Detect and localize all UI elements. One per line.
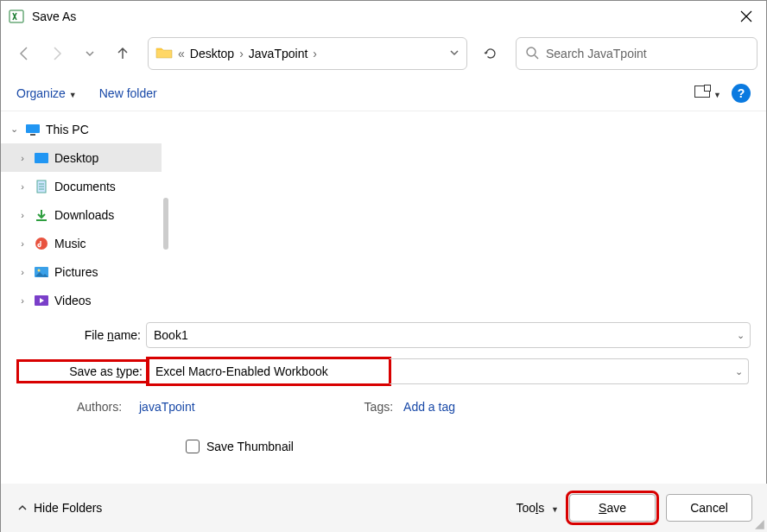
search-placeholder: Search JavaTpoint — [546, 47, 647, 60]
tree-label: Documents — [54, 180, 116, 193]
svg-rect-0 — [10, 10, 23, 22]
tree-label: Pictures — [54, 265, 98, 279]
music-icon — [34, 236, 49, 251]
tree-this-pc[interactable]: ⌄ This PC — [1, 115, 162, 143]
search-icon — [525, 46, 539, 62]
excel-app-icon — [8, 8, 25, 25]
title-bar: Save As — [1, 1, 766, 32]
view-mode-button[interactable]: ▼ — [694, 86, 721, 100]
svg-point-6 — [35, 238, 48, 250]
pictures-icon — [34, 264, 49, 280]
chevron-down-icon[interactable]: ⌄ — [737, 330, 745, 341]
main-area: ⌄ This PC › Desktop › Documents › Downlo… — [1, 111, 766, 310]
svg-rect-2 — [26, 124, 40, 133]
authors-value[interactable]: javaTpoint — [139, 400, 195, 414]
save-thumbnail-label: Save Thumbnail — [206, 440, 294, 453]
form-area: File name: Book1 ⌄ Save as type: Excel M… — [1, 310, 766, 453]
tree-item-pictures[interactable]: › Pictures — [1, 257, 162, 286]
folder-icon — [155, 46, 173, 62]
chevron-right-icon[interactable]: › — [313, 47, 317, 60]
savetype-value: Excel Macro-Enabled Workbook — [155, 364, 328, 378]
breadcrumb-seg-1[interactable]: Desktop — [190, 47, 234, 60]
up-button[interactable] — [108, 39, 137, 68]
tree-item-downloads[interactable]: › Downloads — [1, 200, 162, 229]
window-title: Save As — [32, 10, 76, 23]
filename-value: Book1 — [154, 328, 188, 342]
tree-item-documents[interactable]: › Documents — [1, 172, 162, 200]
address-bar[interactable]: « Desktop › JavaTpoint › — [148, 37, 467, 70]
back-button[interactable] — [10, 39, 39, 68]
tree-label: Videos — [54, 294, 92, 307]
chevron-up-icon — [16, 502, 29, 514]
download-icon — [34, 207, 49, 223]
close-button[interactable] — [726, 1, 766, 32]
svg-rect-4 — [35, 153, 48, 163]
hide-folders-label: Hide Folders — [34, 501, 102, 515]
tree-item-desktop[interactable]: › Desktop — [1, 143, 162, 172]
tree-label: Desktop — [54, 151, 98, 165]
save-button[interactable]: Save — [569, 494, 656, 522]
tree-label: Downloads — [54, 208, 114, 222]
resize-grip[interactable]: ◢ — [755, 520, 765, 530]
toolbar: Organize▼ New folder ▼ ? — [1, 75, 766, 111]
savetype-select-highlight[interactable]: Excel Macro-Enabled Workbook — [148, 358, 390, 384]
tree-item-music[interactable]: › Music — [1, 229, 162, 257]
filename-input[interactable]: Book1 ⌄ — [146, 322, 751, 348]
tags-value[interactable]: Add a tag — [403, 400, 455, 414]
monitor-icon — [25, 122, 41, 137]
tree-label: Music — [54, 237, 86, 250]
address-dropdown-icon[interactable] — [449, 47, 460, 60]
forward-button[interactable] — [42, 39, 72, 68]
nav-row: « Desktop › JavaTpoint › Search JavaTpoi… — [1, 32, 766, 75]
chevron-right-icon[interactable]: › — [16, 181, 29, 192]
cancel-button[interactable]: Cancel — [666, 494, 752, 522]
chevron-right-icon[interactable]: › — [16, 295, 29, 306]
tags-label: Tags: — [364, 400, 393, 414]
help-button[interactable]: ? — [732, 84, 751, 103]
file-list-area[interactable] — [170, 111, 766, 310]
chevron-right-icon[interactable]: › — [16, 210, 29, 220]
tree-item-videos[interactable]: › Videos — [1, 286, 162, 314]
authors-label: Authors: — [77, 400, 134, 414]
svg-rect-3 — [30, 134, 35, 136]
svg-point-1 — [527, 48, 536, 56]
organize-button[interactable]: Organize▼ — [16, 86, 77, 100]
chevron-down-icon[interactable]: ⌄ — [735, 366, 743, 377]
svg-point-8 — [38, 269, 41, 271]
breadcrumb-prefix-icon: « — [178, 47, 185, 60]
videos-icon — [34, 293, 49, 308]
desktop-icon — [34, 150, 49, 166]
chevron-right-icon[interactable]: › — [16, 153, 29, 163]
tools-button[interactable]: Tools ▼ — [516, 501, 559, 515]
nav-tree: ⌄ This PC › Desktop › Documents › Downlo… — [1, 111, 162, 310]
tree-label: This PC — [46, 123, 89, 136]
filename-label: File name: — [16, 328, 146, 342]
hide-folders-button[interactable]: Hide Folders — [16, 501, 102, 515]
document-icon — [34, 179, 49, 194]
savetype-label: Save as type: — [18, 361, 148, 382]
footer: Hide Folders Tools ▼ Save Cancel — [1, 484, 767, 532]
chevron-down-icon[interactable]: ⌄ — [8, 124, 20, 135]
tree-splitter[interactable] — [162, 111, 170, 310]
recent-locations-button[interactable] — [75, 39, 105, 68]
save-thumbnail-checkbox[interactable] — [186, 440, 200, 453]
search-box[interactable]: Search JavaTpoint — [516, 37, 757, 70]
savetype-select-rest[interactable]: ⌄ — [390, 358, 749, 384]
chevron-right-icon[interactable]: › — [16, 238, 29, 249]
refresh-button[interactable] — [476, 39, 505, 68]
chevron-right-icon[interactable]: › — [239, 47, 244, 60]
chevron-right-icon[interactable]: › — [16, 267, 29, 277]
breadcrumb-seg-2[interactable]: JavaTpoint — [249, 47, 307, 60]
new-folder-button[interactable]: New folder — [99, 86, 157, 100]
